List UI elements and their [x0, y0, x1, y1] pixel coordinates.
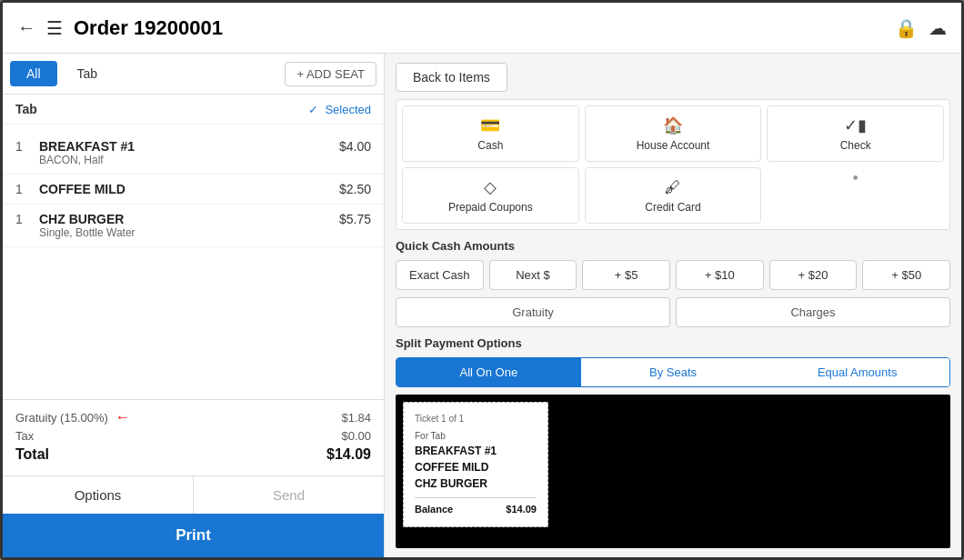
table-row: 1 COFFEE MILD $2.50 [3, 175, 384, 205]
ticket-preview: Ticket 1 of 1 For Tab BREAKFAST #1 COFFE… [396, 395, 950, 548]
arrow-indicator-icon: ← [115, 409, 130, 425]
tax-row: Tax $0.00 [15, 429, 371, 443]
prepaid-coupons-label: Prepaid Coupons [448, 201, 533, 214]
tax-value: $0.00 [341, 429, 371, 443]
header: ← ☰ Order 19200001 🔒 ☁ [3, 3, 961, 54]
item-price: $4.00 [339, 139, 371, 154]
ticket-for: For Tab [415, 429, 537, 443]
item-mod: Single, Bottle Water [39, 226, 330, 239]
item-price: $2.50 [339, 182, 371, 196]
table-row: 1 CHZ BURGER Single, Bottle Water $5.75 [3, 205, 384, 247]
cash-icon: 💳 [480, 115, 500, 135]
item-price: $5.75 [339, 212, 371, 226]
item-qty: 1 [15, 139, 30, 154]
item-mod: BACON, Half [39, 154, 330, 166]
tab-all-button[interactable]: All [10, 61, 57, 86]
ticket-balance-row: Balance $14.09 [415, 497, 537, 517]
item-name: CHZ BURGER [39, 212, 330, 226]
gratuity-row: Gratuity (15.00%) ← $1.84 [15, 409, 371, 425]
checkmark-icon: ✓ [308, 103, 318, 116]
selected-badge: ✓ Selected [308, 103, 371, 116]
prepaid-coupons-payment-button[interactable]: ◇ Prepaid Coupons [402, 167, 579, 224]
split-payment-tabs: All On One By Seats Equal Amounts [396, 357, 950, 387]
add-seat-button[interactable]: + ADD SEAT [285, 62, 377, 86]
ticket-item-2: COFFEE MILD [415, 459, 537, 475]
cloud-icon[interactable]: ☁ [929, 17, 947, 39]
plus-5-button[interactable]: + $5 [582, 260, 670, 290]
right-panel: Back to Items 💳 Cash 🏠 House Account ✓▮ … [385, 54, 961, 557]
exact-cash-button[interactable]: Exact Cash [396, 260, 484, 290]
page-title: Order 19200001 [74, 16, 884, 40]
grand-total-row: Total $14.09 [15, 446, 371, 463]
all-on-one-tab[interactable]: All On One [397, 358, 581, 386]
ticket-item-3: CHZ BURGER [415, 475, 537, 492]
table-row: 1 BREAKFAST #1 BACON, Half $4.00 [3, 132, 384, 175]
item-details: COFFEE MILD [39, 182, 330, 196]
item-qty: 1 [15, 182, 30, 196]
by-seats-tab[interactable]: By Seats [581, 358, 766, 386]
charges-button[interactable]: Charges [676, 297, 950, 327]
tax-label: Tax [15, 429, 34, 443]
back-icon[interactable]: ← [17, 17, 35, 38]
ticket-balance-value: $14.09 [506, 502, 537, 517]
print-button[interactable]: Print [3, 514, 384, 557]
ticket-paper: Ticket 1 of 1 For Tab BREAKFAST #1 COFFE… [403, 402, 548, 527]
tab-label-text: Tab [15, 102, 37, 116]
credit-card-payment-button[interactable]: 🖋 Credit Card [585, 167, 762, 224]
options-button[interactable]: Options [3, 476, 194, 514]
check-label: Check [840, 139, 871, 152]
menu-icon[interactable]: ☰ [46, 17, 63, 39]
app-frame: ← ☰ Order 19200001 🔒 ☁ All Tab + ADD SEA… [0, 0, 964, 560]
house-account-icon: 🏠 [663, 115, 683, 135]
check-icon: ✓▮ [844, 115, 867, 135]
tab-label-row: Tab ✓ Selected [3, 95, 384, 125]
split-payment-label: Split Payment Options [396, 336, 950, 350]
gratuity-label: Gratuity (15.00%) ← [15, 409, 130, 425]
gratuity-charges-row: Gratuity Charges [396, 297, 950, 327]
tab-bar: All Tab + ADD SEAT [3, 54, 384, 95]
item-details: BREAKFAST #1 BACON, Half [39, 139, 330, 166]
item-qty: 1 [15, 212, 30, 226]
tab-tab-button[interactable]: Tab [61, 61, 115, 86]
item-name: COFFEE MILD [39, 182, 330, 196]
back-to-items-button[interactable]: Back to Items [396, 63, 507, 92]
item-name: BREAKFAST #1 [39, 139, 330, 154]
house-account-payment-button[interactable]: 🏠 House Account [585, 105, 762, 162]
order-items-list: 1 BREAKFAST #1 BACON, Half $4.00 1 COFFE… [3, 125, 384, 399]
prepaid-coupons-icon: ◇ [484, 177, 497, 197]
total-label: Total [15, 446, 49, 463]
lock-icon[interactable]: 🔒 [895, 17, 918, 39]
plus-10-button[interactable]: + $10 [676, 260, 764, 290]
quick-cash-label: Quick Cash Amounts [396, 239, 950, 253]
house-account-label: House Account [637, 139, 710, 152]
send-button[interactable]: Send [194, 476, 384, 514]
credit-card-label: Credit Card [645, 201, 700, 214]
check-payment-button[interactable]: ✓▮ Check [767, 105, 944, 162]
quick-cash-row: Exact Cash Next $ + $5 + $10 + $20 + $50 [396, 260, 950, 290]
next-dollar-button[interactable]: Next $ [489, 260, 577, 290]
cash-label: Cash [477, 139, 503, 152]
ticket-header: Ticket 1 of 1 [415, 412, 537, 425]
equal-amounts-tab[interactable]: Equal Amounts [765, 358, 949, 386]
item-details: CHZ BURGER Single, Bottle Water [39, 212, 330, 239]
options-send-row: Options Send [3, 475, 384, 514]
payment-methods-grid: 💳 Cash 🏠 House Account ✓▮ Check ◇ Pre [396, 99, 950, 230]
ticket-balance-label: Balance [415, 502, 453, 517]
left-panel: All Tab + ADD SEAT Tab ✓ Selected 1 BREA… [3, 54, 385, 557]
totals-section: Gratuity (15.00%) ← $1.84 Tax $0.00 Tota… [3, 399, 384, 475]
pagination-dots: • [767, 167, 944, 224]
gratuity-value: $1.84 [341, 411, 371, 425]
total-value: $14.09 [326, 446, 371, 463]
credit-card-icon: 🖋 [665, 178, 681, 197]
right-inner: Back to Items 💳 Cash 🏠 House Account ✓▮ … [385, 54, 961, 557]
ticket-item-1: BREAKFAST #1 [415, 443, 537, 459]
main-content: All Tab + ADD SEAT Tab ✓ Selected 1 BREA… [3, 54, 961, 557]
gratuity-button[interactable]: Gratuity [396, 297, 670, 327]
plus-20-button[interactable]: + $20 [769, 260, 858, 290]
cash-payment-button[interactable]: 💳 Cash [402, 105, 579, 162]
plus-50-button[interactable]: + $50 [862, 260, 950, 290]
